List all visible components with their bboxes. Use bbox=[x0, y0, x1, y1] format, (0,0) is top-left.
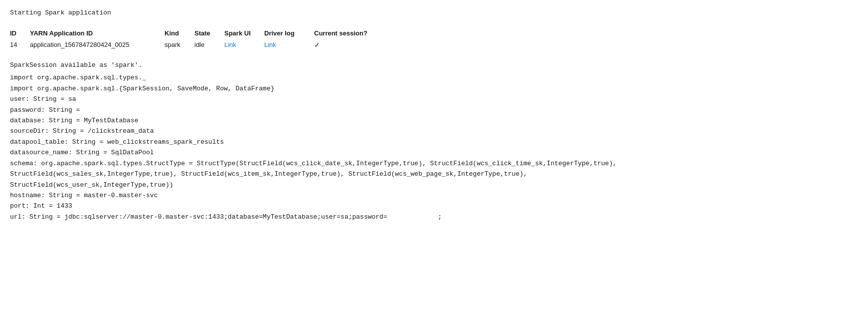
spark-ui-link[interactable]: Link bbox=[224, 41, 236, 48]
output-area: Starting Spark application ID YARN Appli… bbox=[10, 8, 858, 222]
code-line-14: url: String = jdbc:sqlserver://master-0.… bbox=[10, 212, 858, 222]
cell-kind: spark bbox=[165, 41, 194, 48]
starting-line: Starting Spark application bbox=[10, 8, 858, 18]
driver-log-link[interactable]: Link bbox=[264, 41, 276, 48]
col-header-kind: Kind bbox=[165, 29, 194, 37]
code-line-12: hostname: String = master-0.master-svc bbox=[10, 190, 858, 201]
code-line-3: user: String = sa bbox=[10, 94, 858, 104]
cell-driverlog[interactable]: Link bbox=[264, 41, 314, 48]
cell-yarn-app-id: application_1567847280424_0025 bbox=[30, 41, 165, 48]
code-line-8: datasource_name: String = SqlDataPool bbox=[10, 147, 858, 158]
code-line-6: sourceDir: String = /clickstream_data bbox=[10, 126, 858, 136]
code-line-9: schema: org.apache.spark.sql.types.Struc… bbox=[10, 158, 858, 169]
code-line-2: import org.apache.spark.sql.{SparkSessio… bbox=[10, 83, 858, 94]
col-header-sparkui: Spark UI bbox=[224, 29, 264, 37]
spacer-2 bbox=[10, 55, 858, 60]
col-header-driverlog: Driver log bbox=[264, 29, 314, 37]
checkmark-icon: ✓ bbox=[314, 41, 320, 49]
cell-current-session: ✓ bbox=[314, 41, 384, 49]
cell-sparkui[interactable]: Link bbox=[224, 41, 264, 48]
col-header-current: Current session? bbox=[314, 29, 384, 37]
table-row: 14 application_1567847280424_0025 spark … bbox=[10, 39, 858, 51]
table-header-row: ID YARN Application ID Kind State Spark … bbox=[10, 27, 858, 39]
col-header-yarn: YARN Application ID bbox=[30, 29, 165, 37]
code-line-5: database: String = MyTestDatabase bbox=[10, 115, 858, 126]
col-header-id: ID bbox=[10, 29, 30, 37]
code-block: import org.apache.spark.sql.types._ impo… bbox=[10, 72, 858, 222]
code-line-13: port: Int = 1433 bbox=[10, 201, 858, 211]
code-line-11: StructField(wcs_user_sk,IntegerType,true… bbox=[10, 180, 858, 190]
cell-id: 14 bbox=[10, 41, 30, 48]
cell-state: idle bbox=[194, 41, 224, 48]
table-container: ID YARN Application ID Kind State Spark … bbox=[10, 27, 858, 51]
code-line-7: datapool_table: String = web_clickstream… bbox=[10, 137, 858, 147]
col-header-state: State bbox=[194, 29, 224, 37]
spark-session-line: SparkSession available as 'spark'. bbox=[10, 60, 858, 70]
code-line-1: import org.apache.spark.sql.types._ bbox=[10, 72, 858, 83]
code-line-4: password: String = bbox=[10, 105, 858, 115]
code-line-10: StructField(wcs_sales_sk,IntegerType,tru… bbox=[10, 169, 858, 179]
spacer-1 bbox=[10, 18, 858, 23]
